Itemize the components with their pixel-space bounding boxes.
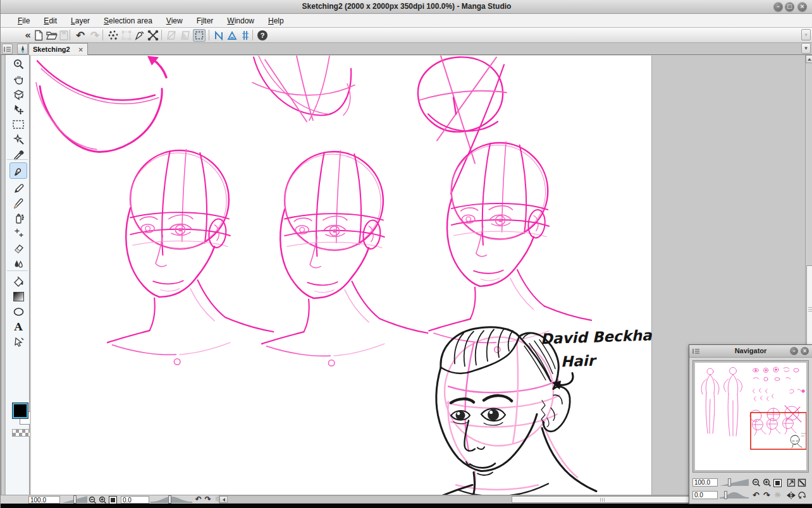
construction-head-2 (262, 150, 428, 366)
convert-selection-icon[interactable] (165, 29, 178, 42)
zoom-slider-thumb[interactable] (73, 495, 77, 504)
zoom-tool-icon[interactable] (11, 57, 25, 71)
foreground-color-swatch[interactable] (13, 403, 28, 418)
eraser-tool-icon[interactable] (11, 241, 25, 255)
navigator-rotation-slider[interactable] (720, 491, 749, 499)
window-title: Sketching2 (2000 x 2000px 350dpi 100.0%)… (1, 2, 812, 11)
undo-icon[interactable]: ↶ (74, 29, 87, 42)
auto-select-tool-icon[interactable] (11, 133, 25, 147)
new-canvas-icon[interactable] (32, 29, 45, 42)
annotation-text-line1: David Beckham (540, 327, 652, 348)
zoom-area-icon[interactable] (797, 478, 806, 487)
navigator-zoom-slider[interactable] (720, 478, 749, 487)
scroll-up-button[interactable] (806, 55, 812, 63)
zoom-slider[interactable] (62, 495, 87, 504)
navigator-zoom-field[interactable]: 100.0 (692, 478, 718, 487)
decoration-tool-icon[interactable] (11, 226, 25, 240)
fit-to-window-icon[interactable] (108, 495, 118, 504)
scatter-tone-icon[interactable] (107, 29, 120, 42)
redo-icon[interactable]: ↷ (89, 29, 101, 42)
rotation-value-field[interactable]: 0.0 (121, 496, 149, 504)
rotate-ccw-icon[interactable]: ↶ (751, 490, 761, 499)
airbrush-tool-icon[interactable] (11, 211, 25, 225)
reset-rotation-icon[interactable]: ☼ (773, 490, 782, 499)
title-bar[interactable]: Sketching2 (2000 x 2000px 350dpi 100.0%)… (1, 0, 812, 14)
annotation-text-line2: Hair (560, 353, 598, 370)
navigator-rotation-field[interactable]: 0.0 (692, 491, 718, 499)
rotate-ccw-icon[interactable]: ↶ (194, 495, 203, 504)
navigator-panel[interactable]: Navigator – × (689, 344, 812, 504)
menu-edit[interactable]: Edit (37, 15, 64, 27)
manga-studio-window: Sketching2 (2000 x 2000px 350dpi 100.0%)… (0, 0, 812, 508)
zoom-slider-thumb[interactable] (728, 478, 731, 487)
rotate-canvas-tool-icon[interactable] (11, 87, 25, 101)
maximize-button[interactable]: □ (785, 2, 794, 11)
mesh-transform-icon[interactable] (147, 29, 159, 42)
rotate-cw-icon[interactable]: ↷ (762, 490, 772, 499)
shape-ruler-icon[interactable] (226, 29, 238, 42)
navigator-close-button[interactable]: × (801, 347, 809, 355)
open-file-icon[interactable] (45, 29, 58, 42)
text-tool-icon[interactable]: A (11, 320, 25, 334)
flip-horizontal-icon[interactable] (786, 491, 796, 500)
canvas-page[interactable]: David Beckham Hair (31, 56, 652, 495)
pencil-tool-icon[interactable] (11, 181, 25, 195)
vertical-scroll-thumb[interactable] (806, 265, 812, 354)
zoom-out-icon[interactable] (88, 495, 97, 504)
palette-dock-edge[interactable] (1, 55, 6, 495)
menu-filter[interactable]: Filter (190, 15, 221, 27)
menu-view[interactable]: View (159, 15, 190, 27)
menu-layer[interactable]: Layer (64, 15, 97, 27)
tab-sketching2[interactable]: Sketching2 × (28, 43, 88, 55)
actual-size-icon[interactable] (786, 478, 796, 487)
toolbar-separator (70, 30, 70, 40)
selection-tool-icon[interactable] (11, 118, 25, 131)
reset-display-icon[interactable] (797, 491, 806, 500)
move-layer-tool-icon[interactable] (11, 102, 25, 116)
guide-ruler-icon[interactable] (239, 29, 252, 42)
linear-ruler-icon[interactable] (212, 29, 225, 42)
blend-tool-icon[interactable] (11, 257, 25, 270)
selection-launcher-icon[interactable] (193, 29, 206, 42)
tab-close-icon[interactable]: × (78, 46, 83, 53)
minimize-button[interactable]: – (773, 2, 783, 11)
figure-tool-icon[interactable] (11, 305, 25, 318)
menu-file[interactable]: File (11, 15, 37, 27)
navigator-minimize-button[interactable]: – (790, 347, 798, 355)
correct-line-icon[interactable] (133, 29, 146, 42)
toolbar-separator (209, 30, 209, 40)
zoom-out-icon[interactable] (751, 478, 761, 487)
zoom-in-icon[interactable] (98, 495, 108, 504)
rotation-slider[interactable] (151, 495, 192, 504)
tab-list-dropdown[interactable]: ▾ (801, 43, 811, 54)
rotate-cw-icon[interactable]: ↷ (203, 495, 212, 504)
close-button[interactable]: × (797, 2, 807, 11)
fit-to-window-icon[interactable] (773, 478, 782, 487)
fill-tool-icon[interactable] (11, 274, 25, 288)
canvas-artwork[interactable]: David Beckham Hair (31, 56, 652, 495)
menu-selection-area[interactable]: Selection area (97, 15, 159, 27)
help-icon[interactable]: ? (256, 29, 269, 42)
save-icon[interactable] (58, 29, 70, 42)
rotation-slider-thumb[interactable] (168, 495, 171, 504)
operation-tool-icon[interactable] (11, 335, 25, 349)
menu-window[interactable]: Window (220, 15, 261, 27)
navigator-title-bar[interactable]: Navigator – × (689, 345, 812, 358)
pen-tool-icon-selected[interactable] (9, 162, 27, 179)
scroll-left-button[interactable] (219, 496, 228, 503)
menu-help[interactable]: Help (261, 15, 291, 27)
panel-menu-icon[interactable] (2, 44, 13, 54)
zoom-in-icon[interactable] (762, 478, 772, 487)
toolbox-divider (7, 159, 28, 160)
brush-tool-icon[interactable] (11, 196, 25, 210)
fill-selection-icon[interactable] (179, 29, 192, 42)
navigator-thumbnail[interactable] (695, 363, 806, 470)
hand-tool-icon[interactable] (11, 72, 25, 86)
zoom-value-field[interactable]: 100.0 (28, 496, 60, 504)
pen-tab-icon[interactable] (17, 44, 28, 54)
toolbar-overflow-dropdown[interactable]: ▾ (801, 29, 811, 40)
transform-frame-icon[interactable] (120, 29, 133, 42)
rotation-slider-thumb[interactable] (724, 491, 727, 499)
gradient-tool-icon[interactable] (11, 289, 25, 303)
horizontal-scroll-thumb[interactable] (512, 496, 694, 503)
